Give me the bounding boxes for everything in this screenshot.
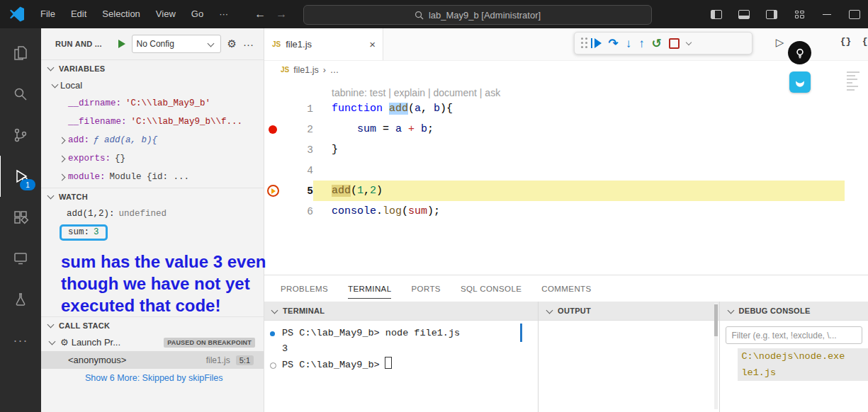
search-sidebar-icon[interactable] xyxy=(0,74,41,115)
terminal-content[interactable]: PS C:\lab_May9_b> node file1.js 3 PS C:\… xyxy=(264,321,538,373)
lightbulb-icon xyxy=(794,47,806,59)
history-back-icon[interactable]: ← xyxy=(254,8,266,21)
variable-row[interactable]: __filename: 'C:\\lab_May9_b\\f... xyxy=(41,113,264,131)
breakpoint-icon[interactable] xyxy=(269,125,277,134)
variable-row[interactable]: exports: {} xyxy=(41,149,264,168)
show-more-frames-link[interactable]: Show 6 More: Skipped by skipFiles xyxy=(41,369,264,387)
toggle-primary-sidebar-icon[interactable] xyxy=(706,0,727,28)
minimap[interactable] xyxy=(847,69,867,93)
chevron-down-icon xyxy=(271,307,278,314)
tab-file1-js[interactable]: JS file1.js × xyxy=(264,28,383,60)
drag-handle-icon[interactable] xyxy=(581,38,584,49)
variable-row[interactable]: add: ƒ add(a, b){ xyxy=(41,131,264,149)
line-number: 2 xyxy=(282,124,313,135)
code-line-6[interactable]: 6 console.log(sum); xyxy=(264,201,868,222)
tab-label: file1.js xyxy=(286,39,364,50)
launch-config-dropdown[interactable]: No Config xyxy=(132,35,221,53)
terminal-prompt: PS C:\lab_May9_b> xyxy=(282,328,380,338)
debug-console-filter-input[interactable] xyxy=(726,326,863,344)
tabnine-codelens[interactable]: tabnine: test | explain | document | ask xyxy=(264,79,868,98)
vscode-logo-icon xyxy=(9,6,26,23)
configure-gear-icon[interactable]: ⚙ xyxy=(227,38,237,50)
restart-icon[interactable]: ↺ xyxy=(652,38,662,50)
close-tab-icon[interactable]: × xyxy=(369,38,376,50)
debug-console-output-line[interactable]: le1.js xyxy=(738,365,868,381)
start-debug-icon[interactable] xyxy=(118,40,125,48)
sum-highlight-box: sum: 3 xyxy=(60,224,108,241)
menu-selection[interactable]: Selection xyxy=(94,0,147,28)
step-over-icon[interactable]: ↷ xyxy=(609,38,619,50)
braces-action-icon[interactable]: {} xyxy=(857,36,868,49)
menu-go[interactable]: Go xyxy=(184,0,211,28)
code-line-1[interactable]: 1 function add(a, b){ xyxy=(264,98,868,119)
toggle-secondary-sidebar-icon[interactable] xyxy=(761,0,782,28)
menu-view[interactable]: View xyxy=(148,0,184,28)
code-line-4[interactable]: 4 xyxy=(264,160,868,181)
debug-session-row[interactable]: ⚙ Launch Pr... PAUSED ON BREAKPOINT xyxy=(41,333,264,351)
step-into-icon[interactable]: ↓ xyxy=(626,38,632,50)
maximize-window-icon[interactable] xyxy=(844,0,865,28)
output-scrollbar[interactable] xyxy=(714,303,718,409)
customize-layout-icon[interactable] xyxy=(789,0,810,28)
minimize-window-icon[interactable] xyxy=(816,0,838,28)
gutter-line-2[interactable] xyxy=(264,125,282,134)
panel-tab-problems[interactable]: PROBLEMS xyxy=(281,278,328,299)
scope-local-row[interactable]: Local xyxy=(41,76,264,94)
chevron-down-icon xyxy=(207,40,214,47)
panel-tab-comments[interactable]: COMMENTS xyxy=(541,278,591,299)
history-forward-icon[interactable]: → xyxy=(276,8,287,21)
watch-row[interactable]: add(1,2): undefined xyxy=(41,205,264,223)
chevron-down-icon xyxy=(47,64,55,71)
explorer-icon[interactable] xyxy=(0,33,41,74)
menu-file[interactable]: File xyxy=(33,0,63,28)
variables-section-header[interactable]: VARIABLES xyxy=(41,59,264,76)
braces-action-icon[interactable]: {} xyxy=(835,36,857,49)
stop-icon[interactable] xyxy=(669,38,680,49)
tabnine-chat-icon[interactable] xyxy=(789,71,811,93)
stack-frame-row[interactable]: <anonymous> file1.js 5:1 xyxy=(41,351,264,369)
toggle-panel-icon[interactable] xyxy=(733,0,755,28)
step-out-icon[interactable]: ↑ xyxy=(638,38,645,50)
stop-dropdown-icon[interactable] xyxy=(686,39,692,45)
debug-console-header[interactable]: DEBUG CONSOLE xyxy=(720,302,868,321)
chevron-right-icon xyxy=(59,137,66,144)
code-line-5-current[interactable]: 5 add(1,2) xyxy=(264,181,868,201)
terminal-pane: TERMINAL PS C:\lab_May9_b> node file1.js… xyxy=(264,302,538,412)
command-center-search[interactable]: lab_May9_b [Administrator] xyxy=(303,5,652,25)
line-number: 5 xyxy=(282,185,313,197)
remote-explorer-icon[interactable] xyxy=(0,238,41,279)
sidebar-header: RUN AND ... No Config ⚙ ··· xyxy=(41,28,264,59)
watch-row[interactable]: sum: 3 xyxy=(41,223,264,241)
continue-icon[interactable] xyxy=(591,38,602,48)
menu-edit[interactable]: Edit xyxy=(63,0,94,28)
gutter-line-5[interactable] xyxy=(264,185,282,197)
breadcrumb[interactable]: JS file1.js › … xyxy=(264,61,868,79)
code-line-3[interactable]: 3 } xyxy=(264,139,868,160)
extensions-icon[interactable] xyxy=(0,197,41,238)
run-and-debug-icon[interactable]: 1 xyxy=(0,156,42,197)
testing-flask-icon[interactable] xyxy=(0,279,41,320)
panel-tab-terminal[interactable]: TERMINAL xyxy=(348,278,391,299)
code-line-2[interactable]: 2 sum = a + b; xyxy=(264,119,868,139)
callstack-section-header[interactable]: CALL STACK xyxy=(41,316,264,333)
watch-section-header[interactable]: WATCH xyxy=(41,188,264,205)
menu-overflow-icon[interactable]: ··· xyxy=(211,0,236,28)
panel-tab-sql-console[interactable]: SQL CONSOLE xyxy=(461,278,522,299)
tabnine-widget-icon[interactable] xyxy=(788,41,811,64)
variable-row[interactable]: __dirname: 'C:\\lab_May9_b' xyxy=(41,94,264,113)
variable-row[interactable]: module: Module {id: ... xyxy=(41,168,264,186)
activity-overflow-icon[interactable]: ··· xyxy=(0,320,41,361)
source-control-icon[interactable] xyxy=(0,115,41,156)
terminal-pane-header[interactable]: TERMINAL xyxy=(264,302,538,321)
chevron-right-icon xyxy=(59,173,66,181)
search-icon xyxy=(415,11,424,20)
run-file-icon[interactable]: ▷ xyxy=(769,36,791,49)
views-more-icon[interactable]: ··· xyxy=(243,38,254,50)
output-pane-header[interactable]: OUTPUT xyxy=(539,302,718,321)
panel-tab-ports[interactable]: PORTS xyxy=(411,278,440,299)
breadcrumb-file[interactable]: file1.js xyxy=(293,65,318,75)
debug-console-output-line[interactable]: C:\nodejs\node.exe xyxy=(738,348,868,365)
line-number: 3 xyxy=(282,144,313,156)
terminal-overview-mark xyxy=(520,324,523,342)
breadcrumb-more[interactable]: … xyxy=(330,65,339,75)
